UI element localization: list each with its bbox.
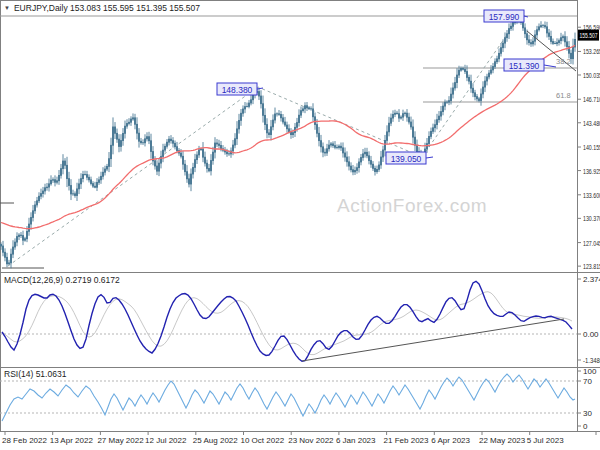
symbol-dropdown-icon[interactable]: ▼ <box>4 4 10 12</box>
price-annotation: 157.990 <box>484 10 528 22</box>
price-axis-label: 133.600 <box>583 191 600 200</box>
price-axis-label: 146.710 <box>583 95 600 104</box>
rsi-axis-label: 100 <box>583 367 597 376</box>
date-axis-label: 21 Feb 2023 <box>384 436 429 445</box>
annotation-text: 151.390 <box>509 61 540 71</box>
date-axis-label: 25 Aug 2022 <box>193 436 238 445</box>
date-axis-label: 27 May 2022 <box>97 436 144 445</box>
annotation-text: 148.380 <box>222 85 253 95</box>
price-annotation: 139.050 <box>386 152 433 164</box>
rsi-axis-label: 30 <box>583 409 592 418</box>
price-axis-label: 140.155 <box>583 143 600 152</box>
price-axis-label: 130.370 <box>583 214 600 223</box>
chart-title: EURJPY,Daily 153.083 155.595 151.395 155… <box>14 3 200 13</box>
date-axis-label: 28 Feb 2022 <box>2 436 47 445</box>
annotation-text: 139.050 <box>391 154 422 164</box>
annotation-text: 157.990 <box>489 12 520 22</box>
price-axis-label: 150.035 <box>583 71 600 80</box>
price-axis-label: 123.815 <box>583 262 600 271</box>
macd-indicator-label: MACD(12,26,9) 0.2719 0.6172 <box>4 275 120 285</box>
price-axis-label: 153.265 <box>583 47 600 56</box>
date-axis-label: 6 Apr 2023 <box>431 436 470 445</box>
chart-canvas[interactable]: 157.990148.380151.390139.05038.261.8156.… <box>0 0 600 450</box>
fib-percent-label: 61.8 <box>556 91 571 100</box>
chart-title-bar: ▼ EURJPY,Daily 153.083 155.595 151.395 1… <box>4 3 200 13</box>
macd-panel[interactable] <box>0 272 577 367</box>
price-tag-text: 155.507 <box>580 31 598 40</box>
macd-axis-label: 0.00 <box>583 330 599 339</box>
main-price-panel[interactable] <box>0 0 577 272</box>
date-axis-label: 12 Jul 2022 <box>145 436 187 445</box>
macd-axis-label: 2.374 <box>583 275 600 284</box>
fib-percent-label: 38.2 <box>556 57 571 66</box>
date-axis-label: 23 Nov 2022 <box>288 436 334 445</box>
macd-axis-label: -1.3486 <box>583 356 600 365</box>
date-axis-label: 13 Apr 2022 <box>50 436 94 445</box>
trading-chart-window: ActionForex.com 157.990148.380151.390139… <box>0 0 600 450</box>
price-axis-label: 136.925 <box>583 167 600 176</box>
price-axis-label: 127.045 <box>583 239 600 248</box>
date-axis-label: 22 May 2023 <box>479 436 526 445</box>
current-price-tag: 155.507 <box>578 30 599 41</box>
date-axis-label: 6 Jan 2023 <box>336 436 376 445</box>
rsi-axis-label: 70 <box>583 377 592 386</box>
date-axis-label: 5 Jul 2023 <box>527 436 564 445</box>
rsi-indicator-label: RSI(14) 51.0631 <box>4 369 66 379</box>
price-axis-label: 143.480 <box>583 119 600 128</box>
price-annotation: 148.380 <box>217 83 263 95</box>
date-axis-label: 10 Oct 2022 <box>241 436 285 445</box>
rsi-axis-label: 0 <box>583 422 588 431</box>
